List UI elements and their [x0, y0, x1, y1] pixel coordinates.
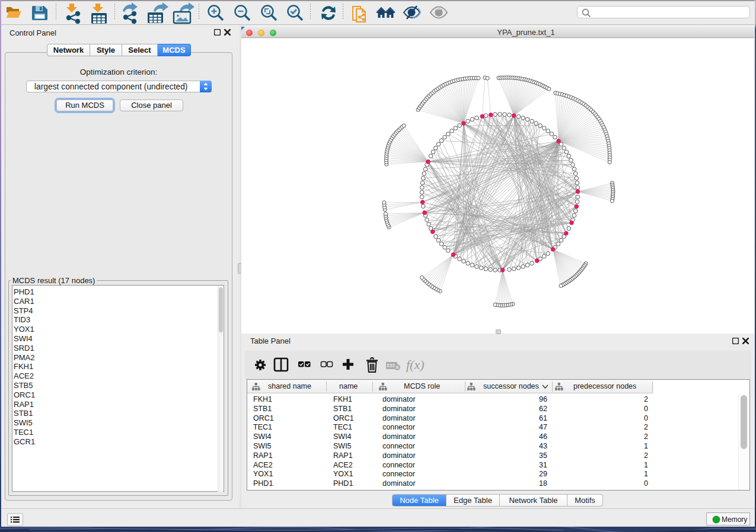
- svg-text:f(x): f(x): [406, 357, 425, 372]
